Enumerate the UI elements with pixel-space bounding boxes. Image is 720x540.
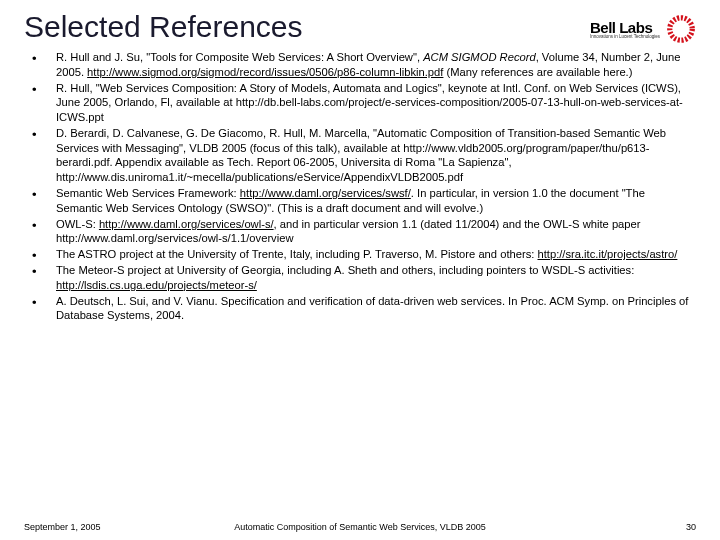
ref-item: The ASTRO project at the University of T… xyxy=(26,247,694,262)
ref-link[interactable]: http://www.sigmod.org/sigmod/record/issu… xyxy=(87,66,443,78)
ref-text: OWL-S: xyxy=(56,218,99,230)
ref-text: R. Hull, "Web Services Composition: A St… xyxy=(56,82,683,124)
footer-title: Automatic Composition of Semantic Web Se… xyxy=(234,522,485,532)
ref-item: A. Deutsch, L. Sui, and V. Vianu. Specif… xyxy=(26,294,694,324)
ref-item: D. Berardi, D. Calvanese, G. De Giacomo,… xyxy=(26,126,694,185)
ref-text: (Many references are available here.) xyxy=(443,66,632,78)
reference-list: R. Hull and J. Su, "Tools for Composite … xyxy=(0,50,720,323)
ref-item: R. Hull, "Web Services Composition: A St… xyxy=(26,81,694,125)
ref-text: The ASTRO project at the University of T… xyxy=(56,248,537,260)
ref-journal: ACM SIGMOD Record xyxy=(423,51,536,63)
ref-text: A. Deutsch, L. Sui, and V. Vianu. Specif… xyxy=(56,295,688,322)
bell-labs-logo: Bell Labs Innovations in Lucent Technolo… xyxy=(590,14,696,44)
ring-icon xyxy=(666,14,696,44)
slide-footer: September 1, 2005 Automatic Composition … xyxy=(0,522,720,532)
page-title: Selected References xyxy=(24,10,303,44)
ref-link[interactable]: http://www.daml.org/services/swsf/ xyxy=(240,187,411,199)
ref-text: R. Hull and J. Su, "Tools for Composite … xyxy=(56,51,423,63)
footer-date: September 1, 2005 xyxy=(24,522,101,532)
ref-item: Semantic Web Services Framework: http://… xyxy=(26,186,694,216)
ref-text: The Meteor-S project at University of Ge… xyxy=(56,264,634,276)
logo-subtext: Innovations in Lucent Technologies xyxy=(590,34,660,39)
ref-item: OWL-S: http://www.daml.org/services/owl-… xyxy=(26,217,694,247)
ref-text: Semantic Web Services Framework: xyxy=(56,187,240,199)
footer-page-number: 30 xyxy=(686,522,696,532)
ref-link[interactable]: http://sra.itc.it/projects/astro/ xyxy=(537,248,677,260)
ref-link[interactable]: http://www.daml.org/services/owl-s/ xyxy=(99,218,274,230)
svg-point-0 xyxy=(670,18,693,41)
ref-text: D. Berardi, D. Calvanese, G. De Giacomo,… xyxy=(56,127,666,183)
ref-item: The Meteor-S project at University of Ge… xyxy=(26,263,694,293)
ref-link[interactable]: http://lsdis.cs.uga.edu/projects/meteor-… xyxy=(56,279,257,291)
ref-item: R. Hull and J. Su, "Tools for Composite … xyxy=(26,50,694,80)
